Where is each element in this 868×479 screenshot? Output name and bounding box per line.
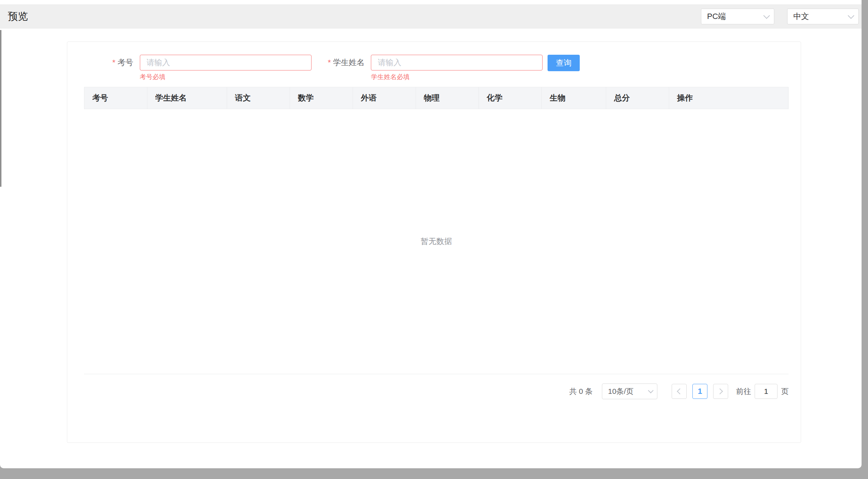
column-header-physics: 物理	[416, 87, 479, 109]
goto-label: 前往	[736, 386, 751, 396]
chevron-down-icon	[848, 12, 854, 19]
goto-page-input[interactable]	[755, 384, 778, 399]
column-header-actions: 操作	[669, 87, 788, 109]
chevron-right-icon	[717, 388, 723, 395]
exam-no-input-wrap: 考号必填	[140, 55, 312, 81]
next-page-button[interactable]	[713, 384, 728, 399]
search-form: *考号 考号必填 *学生姓名 学生姓名必填 查询	[67, 42, 801, 81]
column-header-math: 数学	[290, 87, 353, 109]
table-body-empty: 暂无数据	[84, 109, 789, 374]
query-button[interactable]: 查询	[548, 55, 580, 71]
top-bar: 预览 PC端 中文	[0, 4, 862, 29]
form-item-exam-no: *考号 考号必填	[112, 55, 312, 81]
pagination-bar: 共 0 条 10条/页 1 前往 页	[84, 374, 789, 403]
required-asterisk: *	[112, 58, 116, 67]
column-header-foreign-language: 外语	[353, 87, 416, 109]
language-select[interactable]: 中文	[787, 9, 859, 24]
student-name-label: *学生姓名	[328, 55, 365, 70]
page-size-select[interactable]: 10条/页	[602, 383, 657, 399]
prev-page-button[interactable]	[672, 384, 687, 399]
required-asterisk: *	[328, 58, 331, 67]
exam-no-input[interactable]	[140, 55, 312, 70]
empty-data-text: 暂无数据	[421, 236, 452, 247]
results-table: 考号 学生姓名 语文 数学 外语 物理 化学 生物 总分 操作 暂无数据 共 0…	[84, 87, 789, 403]
page-unit-label: 页	[781, 386, 789, 396]
preview-page: 预览 PC端 中文 *考号 考号必填	[0, 0, 862, 468]
left-scrollbar[interactable]	[0, 30, 1, 187]
top-bar-selects: PC端 中文	[701, 9, 859, 24]
student-name-input-wrap: 学生姓名必填	[371, 55, 543, 81]
language-select-value: 中文	[793, 11, 809, 22]
chevron-down-icon	[763, 12, 770, 19]
pagination-total: 共 0 条	[569, 386, 593, 396]
student-name-input[interactable]	[371, 55, 543, 70]
page-size-value: 10条/页	[608, 386, 633, 396]
device-select-value: PC端	[707, 11, 726, 22]
page-title: 预览	[8, 10, 28, 23]
column-header-total-score: 总分	[606, 87, 669, 109]
column-header-exam-no: 考号	[84, 87, 147, 109]
content-card: *考号 考号必填 *学生姓名 学生姓名必填 查询 考号	[67, 41, 801, 443]
student-name-error: 学生姓名必填	[371, 73, 543, 81]
device-select[interactable]: PC端	[701, 9, 774, 24]
form-item-student-name: *学生姓名 学生姓名必填	[328, 55, 543, 81]
column-header-student-name: 学生姓名	[147, 87, 227, 109]
column-header-biology: 生物	[542, 87, 606, 109]
table-header-row: 考号 学生姓名 语文 数学 外语 物理 化学 生物 总分 操作	[84, 87, 789, 109]
exam-no-error: 考号必填	[140, 73, 312, 81]
column-header-chinese: 语文	[227, 87, 290, 109]
chevron-down-icon	[648, 387, 654, 393]
chevron-left-icon	[677, 388, 683, 395]
page-number-button[interactable]: 1	[692, 384, 707, 399]
exam-no-label: *考号	[112, 55, 133, 70]
column-header-chemistry: 化学	[479, 87, 542, 109]
